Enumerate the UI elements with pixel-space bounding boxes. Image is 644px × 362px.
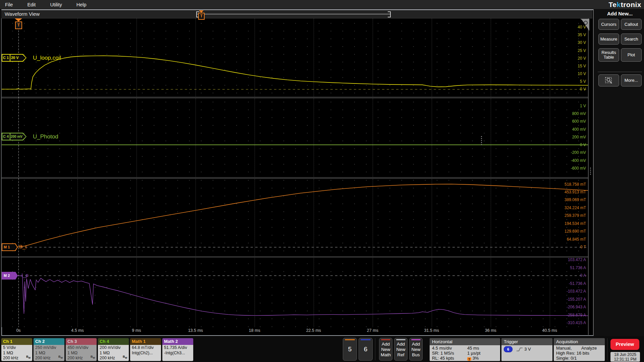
math-badge-m1[interactable]: M 1 bbox=[2, 243, 18, 251]
record-view-right-bracket bbox=[388, 11, 391, 17]
menu-help[interactable]: Help bbox=[76, 2, 96, 7]
channel-button-5[interactable]: 5 bbox=[343, 338, 357, 361]
preview-button[interactable]: Preview bbox=[610, 339, 639, 350]
axis-tick-label: 64.845 mT bbox=[546, 237, 586, 242]
axis-tick-label: 400 mV bbox=[546, 127, 586, 132]
more-button[interactable]: More... bbox=[621, 74, 642, 86]
menu-file[interactable]: File bbox=[5, 2, 22, 7]
waveform-B_t bbox=[2, 179, 588, 256]
waveform-slice-U_Photod: 1 V800 mV600 mV400 mV200 mV0 V-200 mV-40… bbox=[2, 99, 588, 177]
waveform-U_loop,coil bbox=[2, 18, 588, 97]
bandwidth-limit-icon: BW bbox=[123, 354, 127, 360]
axis-tick-label: 10 V bbox=[546, 71, 586, 76]
axis-tick-label: -200 mV bbox=[546, 150, 586, 155]
add-new-math-button[interactable]: AddNewMath bbox=[379, 338, 392, 361]
separator bbox=[375, 338, 375, 360]
acquisition-title: Acquisition bbox=[554, 338, 605, 345]
bandwidth-limit-icon: BW bbox=[26, 354, 31, 360]
axis-tick-label: 0 V bbox=[546, 86, 586, 92]
zoom-region-button[interactable] bbox=[598, 74, 619, 86]
channel-badge-c4[interactable]: C 4 200 mV bbox=[2, 133, 26, 140]
axis-tick-label: 129.690 mT bbox=[546, 229, 586, 234]
time-axis-label: 40.5 ms bbox=[542, 328, 557, 333]
datetime-badge: 18 Jun 2025 12:31:11 PM bbox=[610, 352, 640, 362]
add-new-bus-button[interactable]: AddNewBus bbox=[409, 338, 423, 361]
channel-label-c4[interactable]: U_Photod bbox=[33, 133, 58, 140]
horizontal-panel[interactable]: Horizontal 4.5 ms/div 45 ms SR: 1 MS/s 1… bbox=[429, 338, 500, 361]
axis-tick-label: -310.415 A bbox=[546, 320, 586, 325]
channel-badge-ch3[interactable]: Ch 3 450 mV/div 1 MΩ 200 kHz BW bbox=[65, 338, 97, 361]
slice-separator bbox=[2, 256, 588, 258]
pan-trigger-arrow-icon bbox=[199, 10, 204, 13]
axis-tick-label: 0 T bbox=[546, 244, 586, 250]
trigger-marker-icon[interactable]: T bbox=[15, 21, 22, 29]
channel-label-c1[interactable]: U_loop,coil bbox=[33, 55, 61, 61]
sample-resolution: 1 µs/pt bbox=[467, 351, 480, 356]
axis-tick-label: 103.472 A bbox=[546, 258, 586, 262]
math-badge-math1[interactable]: Math 1 64.8 mT/div Intg(Ch2)... bbox=[130, 338, 161, 361]
channel-badge-ch1[interactable]: Ch 1 5 V/div 1 MΩ 200 kHz BW bbox=[1, 338, 33, 361]
axis-tick-label: 15 V bbox=[546, 63, 586, 69]
waveform-slice-B_t: 518.758 mT453.913 mT389.069 mT324.224 mT… bbox=[2, 179, 588, 256]
time-axis-label: 4.5 ms bbox=[71, 328, 84, 333]
splitter-handle[interactable] bbox=[590, 168, 591, 175]
waveform-U_Photod bbox=[2, 99, 588, 177]
menu-utility[interactable]: Utility bbox=[50, 2, 71, 7]
math-badge-m2[interactable]: M 2 bbox=[2, 272, 18, 280]
sample-rate: SR: 1 MS/s bbox=[432, 351, 454, 356]
add-new-panel: Add New... Cursors Callout Measure Searc… bbox=[596, 10, 643, 85]
badge-header: Ch 2 bbox=[34, 338, 64, 345]
bus-color-stripe bbox=[411, 339, 421, 340]
math-color-stripe bbox=[381, 339, 390, 340]
badge-expression: Intg(Ch2)... bbox=[132, 351, 161, 356]
badge-expression: -Intg(Ch3... bbox=[164, 351, 193, 356]
acquisition-panel[interactable]: Acquisition Manual, Analyze High Res: 16… bbox=[553, 338, 605, 361]
axis-tick-label: 35 V bbox=[546, 32, 586, 38]
axis-tick-label: 1 V bbox=[546, 103, 586, 109]
pan-trigger-marker-icon[interactable]: T bbox=[198, 13, 205, 20]
axis-tick-label: -258.679 A bbox=[546, 312, 586, 318]
ch6-color-stripe bbox=[361, 339, 371, 340]
badge-scale: 5 V/div bbox=[3, 345, 32, 351]
channel-badge-ch2[interactable]: Ch 2 250 mV/div 1 MΩ 200 kHz BW bbox=[33, 338, 65, 361]
plot-button[interactable]: Plot bbox=[621, 48, 642, 62]
trigger-panel[interactable]: Trigger 6 3 V bbox=[501, 338, 553, 361]
channel-badge-ch4[interactable]: Ch 4 200 mV/div 1 MΩ 200 kHz BW bbox=[98, 338, 129, 361]
cursors-button[interactable]: Cursors bbox=[598, 19, 619, 30]
math-label-m1[interactable]: B_t bbox=[19, 244, 27, 249]
waveform-view-title: Waveform View bbox=[5, 11, 40, 17]
math-label-m2[interactable]: I_p bbox=[21, 272, 29, 278]
menu-edit[interactable]: Edit bbox=[27, 2, 45, 7]
record-view-bar[interactable] bbox=[196, 14, 390, 14]
acquisition-resolution: High Res: 16 bits bbox=[556, 351, 589, 356]
axis-tick-label: 453.913 mT bbox=[546, 189, 586, 195]
search-button[interactable]: Search bbox=[621, 34, 642, 45]
channel-button-6[interactable]: 6 bbox=[359, 338, 373, 361]
badge-header: Math 2 bbox=[162, 338, 193, 345]
axis-tick-label: 25 V bbox=[546, 48, 586, 53]
waveform-slice-U_loop,coil: 40 V35 V30 V25 V20 V15 V10 V5 V0 V bbox=[2, 18, 588, 97]
splitter-handle[interactable] bbox=[481, 136, 482, 145]
bandwidth-limit-icon: BW bbox=[58, 354, 63, 360]
axis-tick-label: 20 V bbox=[546, 56, 586, 61]
callout-button[interactable]: Callout bbox=[621, 19, 642, 30]
results-table-button[interactable]: Results Table bbox=[598, 48, 619, 62]
math-badge-math2[interactable]: Math 2 51.735 A/div -Intg(Ch3... bbox=[162, 338, 194, 361]
menu-bar: File Edit Utility Help bbox=[0, 0, 644, 9]
trigger-level: 3 V bbox=[524, 347, 531, 352]
trigger-position-readout: T 3% bbox=[467, 356, 479, 361]
axis-tick-label: 0 A bbox=[546, 273, 586, 278]
axis-tick-label: 51.736 A bbox=[546, 265, 586, 270]
trigger-arrow-icon bbox=[15, 18, 22, 21]
measure-button[interactable]: Measure bbox=[598, 34, 619, 45]
badge-scale: 64.8 mT/div bbox=[132, 345, 161, 351]
axis-tick-label: 0 V bbox=[546, 142, 586, 147]
axis-tick-label: -103.472 A bbox=[546, 289, 586, 294]
plot-right-border bbox=[588, 18, 589, 335]
zoom-region-icon bbox=[605, 77, 613, 84]
channel-badge-c1[interactable]: C 1 20 V bbox=[2, 54, 26, 62]
trigger-position-line bbox=[18, 18, 19, 327]
record-length: RL: 45 kpts bbox=[432, 356, 454, 361]
add-new-ref-button[interactable]: AddNewRef bbox=[394, 338, 408, 361]
acquisition-analyze: Analyze bbox=[581, 346, 597, 351]
